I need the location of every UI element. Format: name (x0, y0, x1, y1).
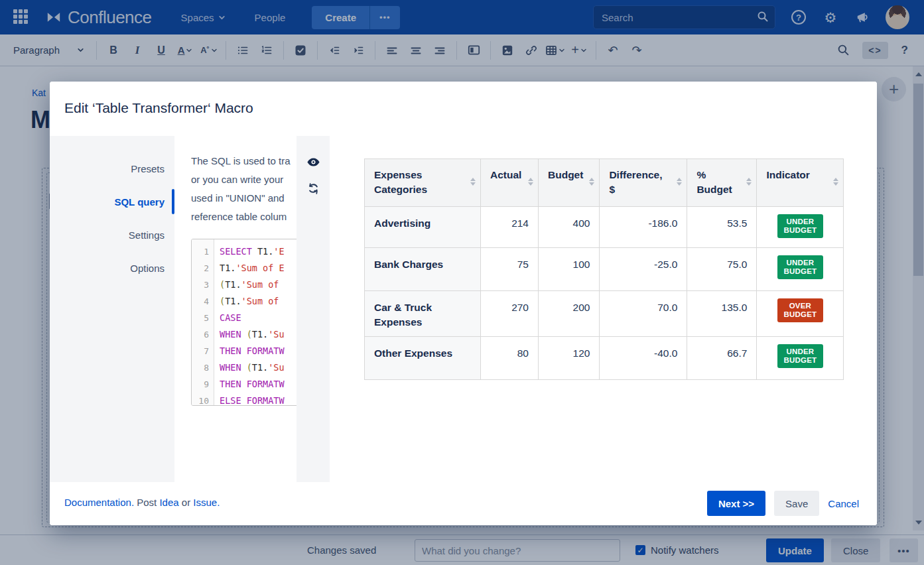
cell-budget: 200 (539, 291, 600, 337)
sql-panel: The SQL is used to traor you can write y… (174, 136, 297, 482)
column-header[interactable]: Expenses Categories (365, 159, 481, 207)
line-number: 8 (192, 359, 209, 376)
cell-pct-budget: 75.0 (687, 248, 757, 291)
footer-links: Documentation. Post Idea or Issue. (64, 497, 220, 508)
sql-description-line: or you can write your (191, 170, 297, 189)
edit-macro-dialog: Edit ‘Table Transformer‘ Macro PresetsSQ… (50, 82, 877, 525)
cell-difference: -40.0 (600, 337, 687, 380)
footer-buttons: Next >> Save Cancel (707, 491, 859, 516)
dialog-sidebar: PresetsSQL querySettingsOptions (50, 136, 174, 482)
line-number: 4 (192, 293, 209, 310)
cell-category: Car & Truck Expenses (365, 291, 481, 337)
column-header[interactable]: Indicator (757, 159, 844, 207)
sql-description-line: The SQL is used to tra (191, 152, 297, 170)
code-line: THEN FORMATW (220, 376, 285, 393)
sort-arrows-icon[interactable] (470, 178, 476, 186)
cell-budget: 400 (539, 207, 600, 248)
cell-category: Bank Charges (365, 248, 481, 291)
cell-difference: 70.0 (600, 291, 687, 337)
cell-indicator: UNDERBUDGET (757, 248, 844, 291)
table-row: Car & Truck Expenses27020070.0135.0OVERB… (365, 291, 844, 337)
code-line: WHEN (T1.'Su (220, 326, 285, 343)
cell-indicator: UNDERBUDGET (757, 207, 844, 248)
column-header[interactable]: Budget (539, 159, 600, 207)
dialog-tab-settings[interactable]: Settings (50, 218, 174, 251)
column-header[interactable]: Difference, $ (600, 159, 687, 207)
cell-budget: 100 (539, 248, 600, 291)
line-number: 5 (192, 310, 209, 326)
dialog-body: PresetsSQL querySettingsOptions The SQL … (50, 136, 877, 482)
line-number: 6 (192, 326, 209, 343)
code-line: SELECT T1.'E (220, 243, 285, 260)
line-number: 7 (192, 343, 209, 359)
cell-pct-budget: 135.0 (687, 291, 757, 337)
sort-arrows-icon[interactable] (528, 178, 533, 186)
sort-arrows-icon[interactable] (833, 178, 838, 186)
table-row: Other Expenses80120-40.066.7UNDERBUDGET (365, 337, 844, 380)
line-number: 2 (192, 260, 209, 277)
column-header[interactable]: Actual (481, 159, 539, 207)
next-button[interactable]: Next >> (707, 491, 765, 516)
dialog-tab-options[interactable]: Options (50, 251, 174, 284)
line-number: 10 (192, 393, 209, 406)
sort-arrows-icon[interactable] (746, 178, 752, 186)
status-badge: UNDERBUDGET (777, 214, 824, 238)
cell-category: Other Expenses (365, 337, 481, 380)
dialog-footer: Documentation. Post Idea or Issue. Next … (50, 482, 877, 525)
sql-code-editor[interactable]: 12345678910 SELECT T1.'ET1.'Sum of E(T1.… (191, 239, 297, 406)
sort-arrows-icon[interactable] (589, 178, 594, 186)
code-line: THEN FORMATW (220, 343, 285, 359)
cell-actual: 270 (481, 291, 539, 337)
code-line: CASE (220, 310, 285, 326)
cell-budget: 120 (539, 337, 600, 380)
dialog-tab-sql-query[interactable]: SQL query (50, 185, 174, 218)
cell-pct-budget: 53.5 (687, 207, 757, 248)
code-line: ELSE FORMATW (220, 393, 285, 406)
preview-toolbar-strip (297, 136, 330, 482)
preview-eye-icon[interactable] (297, 151, 330, 173)
code-lines[interactable]: SELECT T1.'ET1.'Sum of E(T1.'Sum of (T1.… (214, 239, 285, 405)
column-header[interactable]: % Budget (687, 159, 757, 207)
cell-difference: -25.0 (600, 248, 687, 291)
line-number: 3 (192, 277, 209, 293)
status-badge: UNDERBUDGET (777, 344, 824, 368)
status-badge: OVERBUDGET (777, 298, 824, 322)
table-row: Bank Charges75100-25.075.0UNDERBUDGET (365, 248, 844, 291)
line-number: 1 (192, 243, 209, 260)
sql-description-line: used in "UNION" and (191, 189, 297, 208)
cancel-button[interactable]: Cancel (828, 498, 859, 509)
idea-link[interactable]: Idea (159, 497, 178, 508)
preview-table: Expenses CategoriesActualBudgetDifferenc… (364, 158, 844, 380)
cell-category: Advertising (365, 207, 481, 248)
cell-actual: 80 (481, 337, 539, 380)
table-row: Advertising214400-186.053.5UNDERBUDGET (365, 207, 844, 248)
cell-indicator: OVERBUDGET (757, 291, 844, 337)
dialog-title: Edit ‘Table Transformer‘ Macro (64, 100, 253, 116)
issue-link[interactable]: Issue. (193, 497, 220, 508)
line-number: 9 (192, 376, 209, 393)
status-badge: UNDERBUDGET (777, 255, 824, 279)
sql-description: The SQL is used to traor you can write y… (191, 152, 297, 226)
dialog-header: Edit ‘Table Transformer‘ Macro (50, 82, 877, 136)
sql-description-line: reference table colum (191, 208, 297, 226)
or-text: or (179, 497, 194, 508)
post-text: Post (134, 497, 159, 508)
cell-difference: -186.0 (600, 207, 687, 248)
code-gutter: 12345678910 (192, 239, 214, 405)
cell-actual: 75 (481, 248, 539, 291)
refresh-icon[interactable] (297, 177, 330, 200)
sort-arrows-icon[interactable] (677, 178, 682, 186)
cell-actual: 214 (481, 207, 539, 248)
preview-panel: Expenses CategoriesActualBudgetDifferenc… (330, 136, 877, 482)
code-line: WHEN (T1.'Su (220, 359, 285, 376)
cell-indicator: UNDERBUDGET (757, 337, 844, 380)
dialog-tab-presets[interactable]: Presets (50, 152, 174, 185)
code-line: (T1.'Sum of (220, 293, 285, 310)
code-line: (T1.'Sum of (220, 277, 285, 293)
cell-pct-budget: 66.7 (687, 337, 757, 380)
save-button[interactable]: Save (774, 491, 819, 516)
code-line: T1.'Sum of E (220, 260, 285, 277)
documentation-link[interactable]: Documentation. (64, 497, 134, 508)
